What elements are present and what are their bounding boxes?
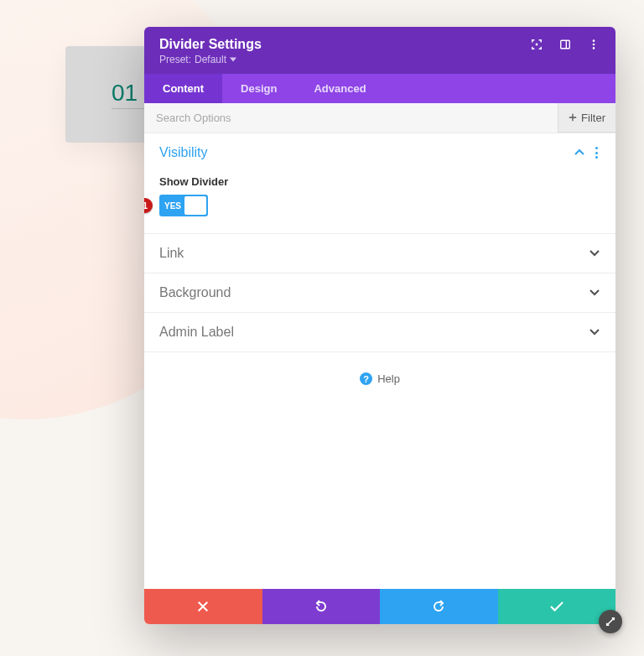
section-header-visibility[interactable]: Visibility	[144, 133, 615, 172]
section-header-admin-label[interactable]: Admin Label	[144, 313, 615, 351]
svg-point-3	[593, 39, 595, 42]
cancel-button[interactable]	[144, 589, 262, 624]
chevron-down-icon	[589, 326, 600, 338]
section-title-visibility: Visibility	[159, 145, 208, 160]
svg-rect-1	[561, 40, 570, 49]
plus-icon	[569, 113, 577, 122]
tabs-bar: Content Design Advanced	[144, 74, 615, 103]
toggle-knob	[184, 196, 206, 215]
settings-modal: Divider Settings	[144, 27, 615, 624]
svg-point-4	[593, 44, 595, 46]
modal-header-actions	[530, 38, 600, 51]
resize-diagonal-icon	[605, 617, 615, 627]
modal-title: Divider Settings	[159, 37, 262, 52]
caret-down-icon	[230, 57, 236, 62]
preset-dropdown[interactable]: Preset: Default	[159, 54, 600, 65]
help-link[interactable]: ? Help	[144, 352, 615, 405]
preset-value: Default	[195, 54, 226, 65]
svg-point-0	[536, 44, 538, 46]
tab-content[interactable]: Content	[144, 74, 222, 103]
chevron-down-icon	[589, 247, 600, 259]
search-bar: Filter	[144, 103, 615, 133]
kebab-menu-icon[interactable]	[587, 38, 600, 51]
section-link: Link	[144, 234, 615, 273]
modal-header: Divider Settings	[144, 27, 615, 74]
redo-button[interactable]	[380, 589, 498, 624]
section-kebab-icon[interactable]	[592, 147, 600, 159]
help-icon: ?	[360, 372, 372, 385]
section-content-visibility: 1 Show Divider YES	[144, 172, 615, 233]
section-header-background[interactable]: Background	[144, 273, 615, 312]
resize-handle[interactable]	[599, 610, 622, 633]
close-icon	[197, 601, 209, 612]
section-background: Background	[144, 273, 615, 313]
help-label: Help	[377, 372, 400, 385]
tab-advanced[interactable]: Advanced	[295, 74, 384, 103]
section-title-link: Link	[159, 246, 184, 261]
svg-point-5	[593, 47, 595, 49]
undo-button[interactable]	[262, 589, 381, 624]
redo-icon	[432, 600, 445, 613]
preset-prefix: Preset:	[159, 54, 191, 65]
save-button[interactable]	[498, 589, 616, 624]
side-panel-icon[interactable]	[558, 38, 572, 51]
section-title-admin-label: Admin Label	[159, 325, 234, 340]
tab-design[interactable]: Design	[222, 74, 295, 103]
section-header-link[interactable]: Link	[144, 234, 615, 273]
chevron-up-icon	[574, 147, 585, 159]
section-admin-label: Admin Label	[144, 313, 615, 352]
modal-footer	[144, 589, 615, 624]
panel-body: Visibility 1 Show Divider YES	[144, 133, 615, 589]
section-title-background: Background	[159, 285, 231, 300]
filter-label: Filter	[581, 112, 605, 124]
filter-button[interactable]: Filter	[558, 103, 615, 133]
focus-icon[interactable]	[530, 38, 543, 51]
annotation-badge: 1	[144, 198, 153, 213]
show-divider-label: Show Divider	[159, 175, 600, 188]
toggle-yes-label: YES	[164, 201, 181, 211]
section-visibility: Visibility 1 Show Divider YES	[144, 133, 615, 234]
show-divider-toggle[interactable]: YES	[159, 195, 208, 216]
check-icon	[550, 601, 564, 612]
undo-icon	[314, 600, 328, 613]
search-input[interactable]	[144, 103, 558, 133]
chevron-down-icon	[589, 287, 600, 299]
